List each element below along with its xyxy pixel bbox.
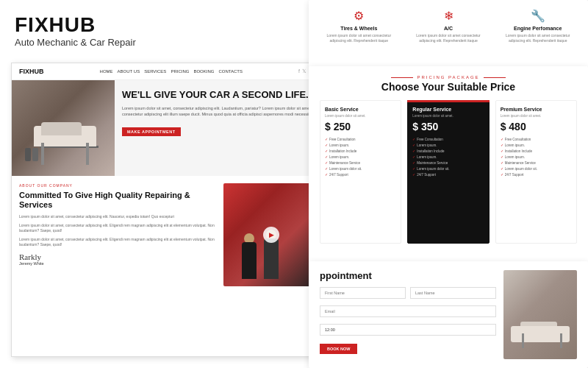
plan-premium-f1: ✓ Free Consultation [501, 137, 572, 141]
hero-cta-button[interactable]: MAKE APPOINTMENT [122, 127, 181, 136]
pricing-plans: Basic Service Lorem ipsum dolor sit amet… [320, 100, 577, 244]
about-para-3: Lorem ipsum dolor sit amet, consectetur … [19, 237, 216, 248]
plan-basic-f7: ✓ 24/7 Support [325, 172, 396, 177]
plan-premium-name: Premium Service [501, 107, 572, 112]
appointment-card: ppointment BOOK NOW [309, 261, 588, 368]
mock-nav-links: HOME ABOUT US SERVICES PRICING BOOKING C… [100, 69, 243, 74]
service-tires: ⚙ Tires & Wheels Lorem ipsum dolor sit a… [320, 9, 398, 61]
plan-basic-f4: ✓ Lorem ipsum. [325, 155, 396, 159]
plan-basic-f3: ✓ Installation Include [325, 149, 396, 153]
plan-basic-f5: ✓ Maintenance Service [325, 160, 396, 165]
pricing-card: PRICING PACKAGE Choose Your Suitable Pri… [309, 66, 588, 265]
plan-regular-f7: ✓ 24/7 Support [412, 172, 484, 177]
pricing-label: PRICING PACKAGE [320, 75, 577, 79]
book-now-button[interactable]: BOOK NOW [320, 344, 357, 354]
about-heading: Committed To Give High Quality Repairing… [19, 191, 216, 210]
time-input[interactable] [320, 324, 496, 336]
appointment-form: ppointment BOOK NOW [320, 270, 496, 359]
plan-regular-f3: ✓ Installation Include [412, 149, 484, 153]
right-panel: ⚙ Tires & Wheels Lorem ipsum dolor sit a… [279, 0, 588, 368]
pricing-title: Choose Your Suitable Price [320, 81, 577, 93]
ac-desc: Lorem ipsum dolor sit amet consectetur a… [409, 33, 488, 43]
hero-image [12, 80, 115, 176]
about-text: ABOUT OUR COMPANY Committed To Give High… [19, 183, 216, 286]
plan-premium-f5: ✓ Maintenance Service [501, 160, 572, 165]
engine-desc: Lorem ipsum dolor sit amet consectetur a… [498, 33, 577, 43]
plan-basic-desc: Lorem ipsum dolor sit amet. [325, 114, 396, 118]
plan-regular-tag [407, 100, 489, 102]
tires-icon: ⚙ [320, 9, 398, 23]
play-button[interactable]: ▶ [263, 227, 279, 243]
plan-premium-f3: ✓ Installation Include [501, 149, 572, 153]
last-name-input[interactable] [410, 287, 496, 299]
car-lift-graphic [19, 121, 107, 165]
tires-name: Tires & Wheels [320, 26, 398, 31]
engine-icon: 🔧 [498, 9, 577, 23]
plan-premium-f2: ✓ Lorem ipsum. [501, 143, 572, 147]
about-para-1: Lorem ipsum dolor sit amet, consectetur … [19, 214, 216, 220]
nav-pricing[interactable]: PRICING [171, 69, 189, 74]
plan-regular-f1: ✓ Free Consultation [412, 137, 484, 141]
plan-basic-f1: ✓ Free Consultation [325, 137, 396, 141]
plan-basic: Basic Service Lorem ipsum dolor sit amet… [320, 100, 401, 244]
appt-car-graphic [507, 319, 573, 348]
plan-regular-f6: ✓ Lorem ipsum dolor sit. [412, 166, 484, 171]
ac-name: A/C [409, 26, 488, 31]
engine-name: Engine Perfomance [498, 26, 577, 31]
service-engine: 🔧 Engine Perfomance Lorem ipsum dolor si… [498, 9, 577, 61]
plan-premium-desc: Lorem ipsum dolor sit amet. [501, 114, 572, 118]
about-sig-name: Jeremy White [19, 261, 216, 266]
plan-basic-f6: ✓ Lorem ipsum dolor sit. [325, 166, 396, 171]
plan-basic-name: Basic Service [325, 107, 396, 112]
brand-title: FIXHUB [15, 13, 323, 37]
about-label: ABOUT OUR COMPANY [19, 183, 216, 188]
plan-premium-f7: ✓ 24/7 Support [501, 172, 572, 177]
nav-about[interactable]: ABOUT US [118, 69, 140, 74]
plan-regular-f2: ✓ Lorem ipsum. [412, 143, 484, 147]
plan-regular-f5: ✓ Maintenance Service [412, 160, 484, 165]
form-name-row [320, 287, 496, 299]
plan-regular-f4: ✓ Lorem ipsum. [412, 155, 484, 159]
about-signature: Rarkly [19, 252, 216, 261]
plan-regular-price: $ 350 [412, 121, 484, 132]
ac-icon: ❄ [409, 9, 488, 23]
nav-contacts[interactable]: CONTACTS [218, 69, 243, 74]
tires-desc: Lorem ipsum dolor sit amet consectetur a… [320, 33, 398, 43]
plan-premium-price: $ 480 [501, 121, 572, 132]
services-card: ⚙ Tires & Wheels Lorem ipsum dolor sit a… [309, 0, 588, 70]
email-input[interactable] [320, 305, 496, 317]
plan-basic-f2: ✓ Lorem ipsum. [325, 143, 396, 147]
plan-premium: Premium Service Lorem ipsum dolor sit am… [495, 100, 577, 244]
plan-regular-desc: Lorem ipsum dolor sit amet. [412, 114, 484, 118]
first-name-input[interactable] [320, 287, 406, 299]
service-ac: ❄ A/C Lorem ipsum dolor sit amet consect… [409, 9, 488, 61]
plan-basic-price: $ 250 [325, 121, 396, 132]
plan-premium-f6: ✓ Lorem ipsum dolor sit. [501, 166, 572, 171]
nav-services[interactable]: SERVICES [144, 69, 166, 74]
about-para-2: Lorem ipsum dolor sit amet, consectetur … [19, 223, 216, 234]
appointment-image [503, 270, 577, 359]
brand-subtitle: Auto Mechanic & Car Repair [15, 37, 323, 48]
plan-regular-name: Regular Service [412, 107, 484, 112]
plan-premium-f4: ✓ Lorem ipsum. [501, 155, 572, 159]
nav-home[interactable]: HOME [100, 69, 113, 74]
plan-regular: Regular Service Lorem ipsum dolor sit am… [407, 100, 489, 244]
nav-booking[interactable]: BOOKING [193, 69, 214, 74]
mock-nav-logo: FIXHUB [19, 68, 44, 75]
appointment-title: ppointment [320, 270, 496, 281]
